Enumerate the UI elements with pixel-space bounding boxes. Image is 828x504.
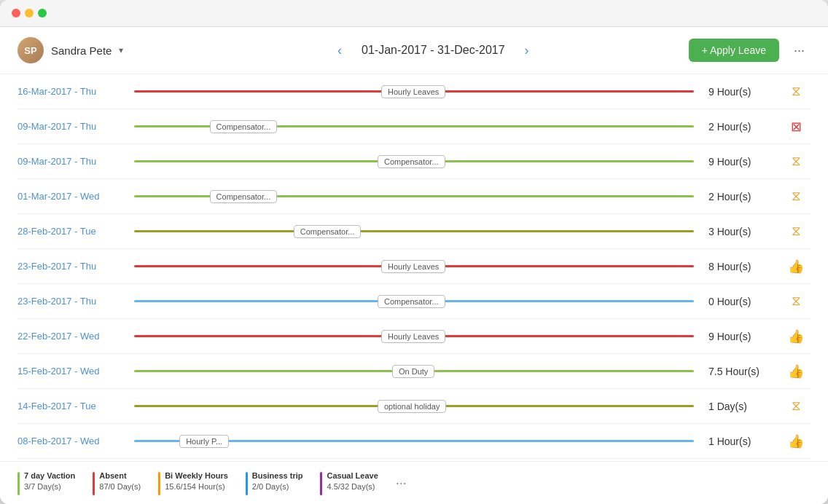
legend-more-button[interactable]: ··· [396, 476, 407, 491]
table-row: 09-Mar-2017 - Thu Compensator... 9 Hour(… [17, 144, 811, 179]
legend-color [246, 472, 248, 495]
table-row: 28-Feb-2017 - Tue Compensator... 3 Hour(… [17, 214, 811, 249]
legend-color [93, 472, 95, 495]
footer-legend: 7 day Vaction 3/7 Day(s) Absent 87/0 Day… [0, 461, 828, 504]
chevron-down-icon[interactable]: ▾ [119, 45, 123, 55]
table-row: 22-Feb-2017 - Wed Hourly Leaves 9 Hour(s… [17, 319, 811, 354]
row-date[interactable]: 09-Mar-2017 - Thu [17, 156, 134, 167]
leave-label: On Duty [392, 365, 434, 378]
status-icon: ⧖ [781, 294, 811, 309]
status-icon: 👍 [781, 433, 811, 449]
bar-container: Hourly Leaves [134, 74, 694, 109]
minimize-button[interactable] [25, 9, 34, 17]
row-hours: 2 Hour(s) [694, 121, 781, 133]
date-nav: ‹ 01-Jan-2017 - 31-Dec-2017 › [178, 40, 689, 60]
status-icon: 👍 [781, 363, 811, 379]
row-date[interactable]: 28-Feb-2017 - Tue [17, 226, 134, 237]
bar-container: Hourly Leaves [134, 319, 694, 353]
status-icon: ⧖ [781, 189, 811, 204]
status-icon: 👍 [781, 328, 811, 344]
close-button[interactable] [12, 9, 20, 17]
table-row: 23-Feb-2017 - Thu Hourly Leaves 8 Hour(s… [17, 249, 811, 284]
row-date[interactable]: 09-Mar-2017 - Thu [17, 121, 134, 132]
date-range: 01-Jan-2017 - 31-Dec-2017 [362, 44, 505, 57]
status-icon: ⊠ [781, 119, 811, 135]
leave-list: 16-Mar-2017 - Thu Hourly Leaves 9 Hour(s… [0, 74, 828, 461]
bar-container: optional holiday [134, 389, 694, 423]
title-bar [0, 0, 828, 27]
legend-color [17, 472, 20, 495]
legend-title: Absent [99, 470, 141, 481]
bar-container: Compensator... [134, 179, 694, 213]
avatar: SP [17, 37, 44, 63]
leave-label: Compensator... [378, 295, 445, 308]
legend-title: 7 day Vaction [24, 470, 75, 481]
table-row: 23-Feb-2017 - Thu Compensator... 0 Hour(… [17, 284, 811, 319]
more-button[interactable]: ··· [788, 40, 811, 61]
legend-title: Casual Leave [327, 470, 378, 481]
status-icon: ⧖ [781, 224, 811, 239]
bar-container: Compensator... [134, 144, 694, 178]
row-date[interactable]: 15-Feb-2017 - Wed [17, 366, 134, 377]
leave-label: optional holiday [378, 400, 446, 413]
row-date[interactable]: 01-Mar-2017 - Wed [17, 191, 134, 202]
next-arrow[interactable]: › [517, 40, 537, 60]
status-icon: ⧖ [781, 84, 811, 99]
status-icon: ⧖ [781, 398, 811, 414]
row-hours: 1 Hour(s) [694, 436, 781, 447]
legend-item: 7 day Vaction 3/7 Day(s) [17, 470, 75, 495]
bar-container: On Duty [134, 354, 694, 388]
legend-value: 87/0 Day(s) [99, 481, 141, 492]
user-section: SP Sandra Pete ▾ [17, 37, 178, 63]
legend-title: Business trip [252, 470, 303, 481]
row-hours: 7.5 Hour(s) [694, 366, 781, 377]
table-row: 15-Feb-2017 - Wed On Duty 7.5 Hour(s) 👍 [17, 354, 811, 389]
prev-arrow[interactable]: ‹ [329, 40, 350, 60]
header: SP Sandra Pete ▾ ‹ 01-Jan-2017 - 31-Dec-… [0, 27, 828, 74]
leave-label: Compensator... [294, 225, 362, 238]
bar-container: Compensator... [134, 214, 694, 248]
row-date[interactable]: 22-Feb-2017 - Wed [17, 331, 134, 342]
leave-label: Hourly Leaves [381, 260, 445, 273]
leave-label: Hourly Leaves [381, 330, 445, 343]
row-hours: 1 Day(s) [694, 401, 781, 412]
legend-item: Business trip 2/0 Day(s) [246, 470, 303, 495]
row-date[interactable]: 23-Feb-2017 - Thu [17, 261, 134, 272]
legend-value: 4.5/32 Day(s) [327, 481, 378, 492]
bar-container: Hourly Leaves [134, 249, 694, 283]
row-hours: 3 Hour(s) [694, 226, 781, 237]
row-hours: 8 Hour(s) [694, 261, 781, 272]
leave-label: Hourly P... [179, 435, 229, 448]
traffic-lights [12, 9, 47, 17]
row-date[interactable]: 14-Feb-2017 - Tue [17, 401, 134, 412]
bar-container: Compensator... [134, 284, 694, 318]
apply-leave-button[interactable]: + Apply Leave [689, 39, 779, 62]
legend-color [320, 472, 322, 495]
bar-container: Compensator... [134, 109, 694, 143]
legend-title: Bi Weekly Hours [165, 470, 228, 481]
user-name: Sandra Pete [51, 44, 112, 57]
app-window: SP Sandra Pete ▾ ‹ 01-Jan-2017 - 31-Dec-… [0, 0, 828, 504]
leave-label: Compensator... [378, 155, 445, 168]
leave-label: Compensator... [210, 120, 278, 133]
row-hours: 2 Hour(s) [694, 191, 781, 202]
legend-item: Bi Weekly Hours 15.6/154 Hour(s) [158, 470, 228, 495]
table-row: 09-Mar-2017 - Thu Compensator... 2 Hour(… [17, 109, 811, 144]
legend-item: Absent 87/0 Day(s) [93, 470, 141, 495]
table-row: 14-Feb-2017 - Tue optional holiday 1 Day… [17, 389, 811, 424]
legend-value: 2/0 Day(s) [252, 481, 303, 492]
row-date[interactable]: 23-Feb-2017 - Thu [17, 296, 134, 307]
maximize-button[interactable] [38, 9, 47, 17]
row-date[interactable]: 16-Mar-2017 - Thu [17, 86, 134, 97]
legend-item: Casual Leave 4.5/32 Day(s) [320, 470, 378, 495]
leave-label: Hourly Leaves [381, 85, 445, 98]
row-date[interactable]: 08-Feb-2017 - Wed [17, 436, 134, 446]
row-hours: 9 Hour(s) [694, 331, 781, 342]
legend-color [158, 472, 160, 495]
status-icon: 👍 [781, 259, 811, 275]
status-icon: ⧖ [781, 154, 811, 169]
actions-section: + Apply Leave ··· [689, 39, 811, 62]
row-hours: 9 Hour(s) [694, 156, 781, 168]
bar-container: Hourly P... [134, 424, 694, 458]
table-row: 16-Mar-2017 - Thu Hourly Leaves 9 Hour(s… [17, 74, 811, 109]
